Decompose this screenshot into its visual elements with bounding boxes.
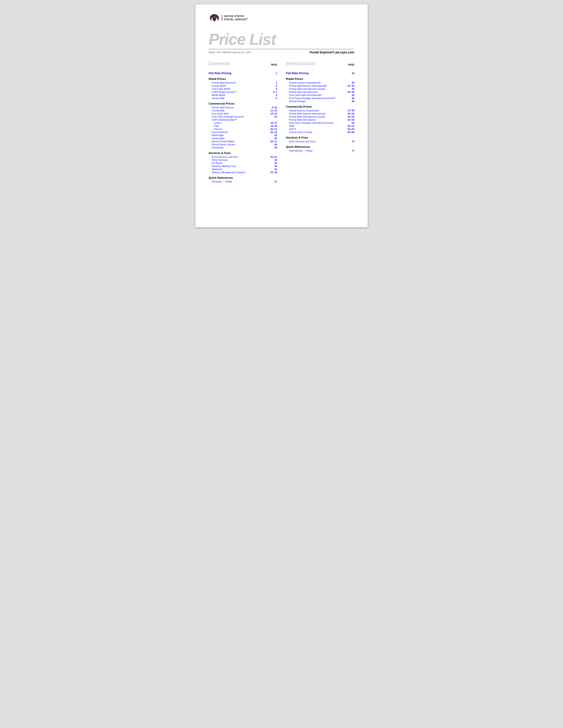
list-item: Parcels 20–21: [209, 128, 277, 131]
item-page: 43: [346, 88, 354, 90]
list-item: Address Management Systems 35–36: [209, 171, 277, 174]
list-item: Priority Mail Express® 3: [209, 81, 277, 84]
item-page: 44–45: [346, 91, 354, 93]
item-page: 71: [346, 149, 354, 152]
list-item: Parcel Select® 22–24: [209, 131, 277, 134]
list-item: Priority Mail International Canada 43: [286, 87, 354, 90]
item-label: Global Express Guaranteed: [289, 109, 346, 112]
list-item: Media Mail 25: [209, 134, 277, 137]
list-item: Priority Mail Express International 49–5…: [286, 112, 354, 115]
international-commercial-group: Commercial Prices Global Express Guarant…: [286, 105, 354, 134]
item-page: 46: [346, 97, 354, 99]
item-label: Other Services: [212, 159, 268, 161]
item-page: 26–27: [268, 140, 277, 143]
item-label: Media Mail®: [212, 94, 268, 96]
item-label: First-Class Package International Servic…: [289, 122, 346, 124]
domestic-quickref-title: Quick References: [209, 176, 277, 179]
item-label: International — Retail: [289, 149, 346, 152]
item-label: First-Class Mail International®: [289, 94, 346, 96]
domestic-flat-rate-page: 2: [268, 72, 277, 75]
domestic-commercial-title: Commercial Prices: [209, 102, 277, 105]
item-label: IPA®: [289, 125, 346, 127]
list-item: Letters 16–17: [209, 121, 277, 124]
item-page: 46: [346, 100, 354, 103]
page-title: Price List: [209, 31, 354, 47]
list-item: Extra Services and Fees 70: [286, 140, 354, 143]
logo-line1: UNITED STATES: [224, 15, 248, 18]
item-page: 60–61: [346, 125, 354, 127]
domestic-page-col-label: Page: [271, 64, 277, 66]
item-page: 35–36: [268, 171, 277, 174]
list-item: Priority Mail 11–13: [209, 109, 277, 112]
international-flat-rate-page: 39: [346, 72, 354, 75]
international-column: International Page Flat Rate Pricing 39 …: [286, 61, 354, 185]
title-divider: [209, 49, 354, 49]
item-page: 64–69: [346, 131, 354, 133]
item-label: ISAL®: [289, 128, 346, 130]
item-page: 5: [268, 88, 277, 90]
item-page: 33: [268, 162, 277, 164]
item-page: 25: [268, 137, 277, 140]
international-retail-title: Retail Prices: [286, 77, 354, 81]
postal-explorer-link: Postal Explorer® pe.usps.com: [310, 51, 355, 54]
item-page: 20–21: [268, 128, 277, 130]
item-page: 70: [346, 140, 354, 143]
item-page: 15: [268, 115, 277, 118]
domestic-retail-items: Priority Mail Express® 3 Priority Mail® …: [209, 81, 277, 100]
item-page: 8: [268, 94, 277, 96]
international-services-group: Services & Fees Extra Services and Fees …: [286, 136, 354, 143]
domestic-section-title: Domestic: [209, 61, 230, 66]
toc-container: Domestic Page Flat Rate Pricing 2 Retail…: [209, 61, 354, 185]
item-page: 34: [268, 168, 277, 171]
item-label: USPS Retail Ground™: [212, 91, 268, 93]
item-label: Business Mailing Fees: [212, 165, 268, 167]
item-label: Priority Mail International Canada: [289, 88, 346, 90]
item-label: Priority Mail International Canada: [289, 115, 346, 118]
domestic-commercial-items: Priority Mail Express 9–10 Priority Mail…: [209, 106, 277, 149]
item-page: 28: [268, 143, 277, 146]
list-item: Bound Printed Matter 26–27: [209, 140, 277, 143]
list-item: Priority Mail Express 9–10: [209, 106, 277, 109]
item-page: 18–19: [268, 125, 277, 127]
list-item: First-Class Package Service® 15: [209, 115, 277, 118]
item-label: Address Management Systems: [212, 171, 268, 174]
item-label: Priority Mail International: [289, 118, 346, 121]
international-quickref-title: Quick References: [286, 145, 354, 148]
item-label: Parcel Select®: [212, 131, 268, 133]
list-item: Business Mailing Fees 34: [209, 165, 277, 168]
item-label: Extra Services and Fees: [212, 156, 268, 158]
list-item: Library Mail 8: [209, 97, 277, 100]
item-page: 46: [346, 94, 354, 96]
item-page: 34: [268, 165, 277, 167]
list-item: Global Express Guaranteed 47–48: [286, 109, 354, 112]
item-page: 25: [268, 134, 277, 137]
item-label: Priority Mail®: [212, 84, 268, 87]
list-item: Parcel Return Service 28: [209, 143, 277, 146]
domestic-flat-rate-label: Flat Rate Pricing: [209, 71, 231, 75]
list-item: Priority Mail International® 44–45: [286, 90, 354, 94]
list-item: IPA® 60–61: [286, 124, 354, 128]
list-item: Stationery 34: [209, 168, 277, 171]
item-label: Parcel Return Service: [212, 143, 268, 146]
list-item: Priority Mail Express International® 41–…: [286, 84, 354, 87]
international-flat-rate-label: Flat Rate Pricing: [286, 71, 309, 75]
item-label: Priority Mail Express International®: [289, 84, 346, 87]
item-page: 47–48: [346, 109, 354, 112]
item-page: 62–63: [346, 128, 354, 130]
item-label: Priority Mail Express®: [212, 81, 268, 84]
item-page: 16–17: [268, 122, 277, 124]
list-item: Library Mail 25: [209, 137, 277, 140]
logo-area: UNITED STATES POSTAL SERVICE®: [209, 13, 354, 23]
item-label: First-Class Mail®: [212, 88, 268, 90]
logo-line2: POSTAL SERVICE®: [224, 18, 248, 21]
domestic-retail-group: Retail Prices Priority Mail Express® 3 P…: [209, 77, 277, 100]
list-item: USPS Retail Ground™ 6–7: [209, 90, 277, 94]
item-page: 9–10: [268, 106, 277, 109]
international-services-title: Services & Fees: [286, 136, 354, 139]
item-label: Global Express Guaranteed®: [289, 81, 346, 84]
item-label: Media Mail: [212, 134, 268, 137]
list-item: International — Retail 71: [286, 149, 354, 152]
item-page: 40: [346, 81, 354, 84]
item-label: Library Mail: [212, 137, 268, 140]
list-item: First-Class Mail® 5: [209, 87, 277, 90]
